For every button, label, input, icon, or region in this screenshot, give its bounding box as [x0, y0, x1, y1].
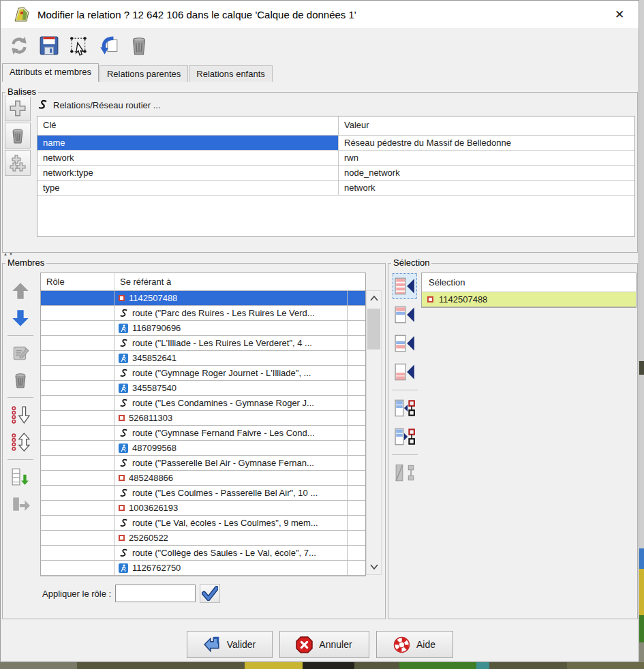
- member-row[interactable]: route ("Le Val, écoles - Les Coulmes", 9…: [41, 516, 365, 531]
- tag-row[interactable]: networkrwn: [37, 151, 634, 166]
- member-link-cell: [348, 336, 365, 350]
- member-row[interactable]: 1142507488: [41, 291, 365, 306]
- member-role-cell: [41, 546, 114, 560]
- member-label: 1142507488: [129, 291, 177, 305]
- delete-relation-button[interactable]: [126, 33, 152, 59]
- download-selected-members-button[interactable]: [7, 492, 33, 516]
- tag-row[interactable]: network:typenode_network: [37, 166, 634, 181]
- member-row[interactable]: 1168790696: [41, 321, 365, 336]
- member-link-cell: [348, 516, 365, 530]
- select-members-from-selection-button[interactable]: [393, 395, 417, 421]
- tag-value: network: [339, 181, 634, 195]
- member-row[interactable]: route ("Gymnage Roger Journet - L'Illiad…: [41, 366, 365, 381]
- member-row[interactable]: 485248866: [41, 471, 365, 486]
- member-ref-cell: route ("L'Illiade - Les Ruires Le Verder…: [114, 336, 348, 350]
- member-ref-cell: 1168790696: [114, 321, 348, 335]
- node-icon: [427, 296, 433, 302]
- help-button[interactable]: Aide: [376, 631, 453, 658]
- apply-changes-button[interactable]: [96, 33, 122, 59]
- selection-group-title: Sélection: [391, 258, 431, 268]
- refers-column-header[interactable]: Se référant à: [114, 273, 365, 290]
- member-row[interactable]: route ("Parc des Ruires - Les Ruires Le …: [41, 306, 365, 321]
- cancel-button[interactable]: Annuler: [279, 631, 369, 658]
- pedestrian-way-icon: [119, 384, 128, 393]
- relation-icon: [119, 548, 128, 558]
- sort-members-button[interactable]: [7, 403, 33, 427]
- selection-row[interactable]: 1142507488: [422, 292, 636, 307]
- member-row[interactable]: 345852641: [41, 351, 365, 366]
- add-selection-before-button[interactable]: [393, 302, 417, 328]
- tab-1[interactable]: Relations parentes: [99, 65, 188, 82]
- member-row[interactable]: 25260522: [41, 531, 365, 546]
- tag-row[interactable]: nameRéseau pédestre du Massif de Belledo…: [37, 136, 634, 151]
- add-selection-at-start-button[interactable]: [393, 273, 417, 299]
- preset-row[interactable]: Relations/Réseau routier ...: [37, 98, 161, 112]
- remove-member-button[interactable]: [7, 368, 33, 392]
- scroll-up-icon[interactable]: [367, 291, 381, 306]
- member-link-cell: [348, 471, 365, 485]
- move-up-button[interactable]: [7, 279, 33, 303]
- apply-role-button[interactable]: [200, 584, 220, 603]
- key-column-header[interactable]: Clé: [37, 116, 339, 135]
- reverse-order-button[interactable]: [7, 430, 33, 454]
- add-selection-at-end-button[interactable]: [393, 359, 417, 385]
- member-row[interactable]: 1003626193: [41, 501, 365, 516]
- member-link-cell: [348, 291, 365, 305]
- edit-member-button[interactable]: [7, 341, 33, 365]
- apply-role-row: Appliquer le rôle :: [42, 584, 220, 603]
- pedestrian-way-icon: [119, 354, 128, 363]
- separator: [7, 335, 33, 336]
- member-row[interactable]: route ("Gymnase Fernand Faivre - Les Con…: [41, 426, 365, 441]
- splitter-up-icon[interactable]: ▲: [3, 252, 9, 256]
- scrollbar-thumb[interactable]: [367, 309, 380, 349]
- relation-icon: [119, 369, 128, 378]
- member-row[interactable]: 1126762750: [41, 561, 365, 576]
- selection-column-header[interactable]: Sélection: [422, 273, 636, 292]
- select-members-button[interactable]: [66, 33, 92, 59]
- scroll-down-icon[interactable]: [367, 559, 381, 574]
- member-role-cell: [41, 426, 114, 440]
- tag-row[interactable]: typenetwork: [37, 181, 634, 196]
- save-button[interactable]: [36, 33, 62, 59]
- paste-tags-button[interactable]: [5, 150, 31, 176]
- delete-tag-button[interactable]: [5, 123, 31, 149]
- member-label: route ("Parc des Ruires - Les Ruires Le …: [132, 306, 315, 320]
- member-row[interactable]: route ("L'Illiade - Les Ruires Le Verder…: [41, 336, 365, 351]
- add-selection-after-button[interactable]: [393, 330, 417, 356]
- splitter-handle[interactable]: ▲▼: [3, 252, 14, 256]
- member-row[interactable]: route ("Les Condamines - Gymnase Roger J…: [41, 396, 365, 411]
- apply-role-label: Appliquer le rôle :: [42, 589, 111, 599]
- member-scrollbar[interactable]: [366, 290, 382, 575]
- role-column-header[interactable]: Rôle: [41, 273, 114, 290]
- member-row[interactable]: route ("Collège des Saules - Le Val, éco…: [41, 546, 365, 561]
- download-incomplete-button[interactable]: [393, 460, 417, 486]
- refresh-button[interactable]: [6, 33, 32, 59]
- close-icon[interactable]: ✕: [611, 6, 628, 22]
- separator: [392, 454, 418, 455]
- member-role-cell: [41, 531, 114, 545]
- separator: [7, 397, 33, 398]
- member-row[interactable]: 487099568: [41, 441, 365, 456]
- member-row[interactable]: route ("Les Coulmes - Passerelle Bel Air…: [41, 486, 365, 501]
- tab-0[interactable]: Attributs et membres: [2, 63, 99, 82]
- role-input[interactable]: [115, 585, 196, 602]
- member-role-cell: [41, 516, 114, 530]
- download-members-button[interactable]: [7, 465, 33, 489]
- splitter-down-icon[interactable]: ▼: [9, 252, 14, 256]
- add-tag-button[interactable]: [5, 95, 31, 121]
- member-label: route ("Les Coulmes - Passerelle Bel Air…: [132, 486, 318, 500]
- member-row[interactable]: route ("Passerelle Bel Air - Gymnase Fer…: [41, 456, 365, 471]
- move-down-button[interactable]: [7, 306, 33, 330]
- select-selection-from-members-button[interactable]: [393, 424, 417, 450]
- member-row[interactable]: 345587540: [41, 381, 365, 396]
- tab-2[interactable]: Relations enfants: [189, 65, 272, 82]
- member-row[interactable]: 526811303: [41, 411, 365, 426]
- member-label: route ("Le Val, écoles - Les Coulmes", 9…: [132, 516, 318, 530]
- member-role-cell: [41, 486, 114, 500]
- josm-logo-icon: [14, 7, 29, 22]
- member-label: 1168790696: [132, 321, 181, 335]
- selection-buttons: [391, 273, 418, 488]
- value-column-header[interactable]: Valeur: [339, 116, 634, 135]
- separator: [7, 459, 33, 460]
- ok-button[interactable]: Valider: [187, 631, 273, 658]
